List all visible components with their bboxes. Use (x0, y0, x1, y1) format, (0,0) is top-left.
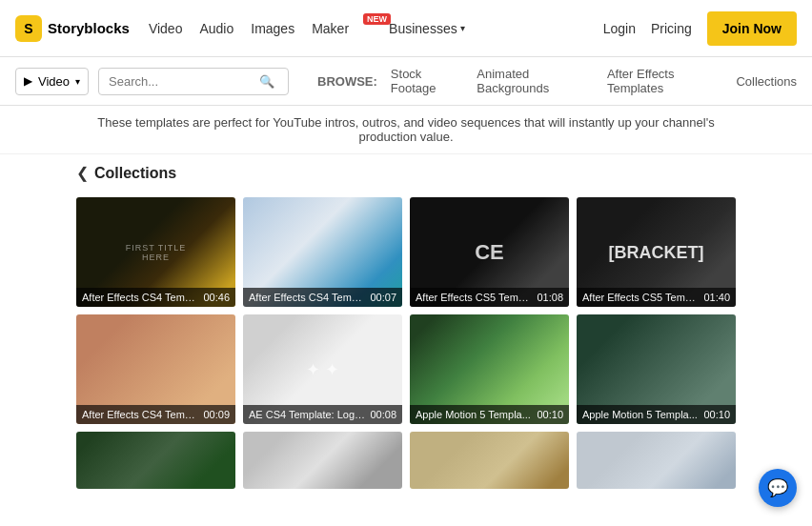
card-duration: 01:40 (703, 292, 730, 303)
partial-video-card-3[interactable] (577, 432, 736, 489)
login-link[interactable]: Login (603, 21, 636, 36)
card-duration: 00:09 (203, 409, 230, 420)
card-duration: 00:46 (203, 292, 230, 303)
card-footer: After Effects CS4 Templa...00:09 (76, 405, 235, 424)
card-title: AE CS4 Template: Logo ... (249, 409, 366, 420)
collections-title: Collections (94, 165, 176, 182)
video-card-4[interactable]: After Effects CS4 Templa...00:09 (76, 314, 235, 424)
card-title: After Effects CS4 Templa... (249, 292, 366, 303)
header-right: Login Pricing Join Now (603, 11, 797, 46)
description-text: These templates are perfect for YouTube … (97, 115, 714, 144)
header: S Storyblocks Video Audio Images Maker N… (0, 0, 812, 57)
new-badge: NEW (363, 13, 391, 25)
browse-collections[interactable]: Collections (736, 74, 797, 89)
video-card-0[interactable]: FIRST TITLE HEREAfter Effects CS4 Templa… (76, 197, 235, 307)
thumb-overlay-text: CE (475, 240, 504, 265)
chat-bubble[interactable]: 💬 (759, 469, 797, 507)
nav-images[interactable]: Images (251, 21, 294, 36)
card-footer: After Effects CS5 Templa...01:08 (410, 288, 569, 307)
partial-video-card-0[interactable] (76, 432, 235, 489)
video-card-5[interactable]: ✦ ✦AE CS4 Template: Logo ...00:08 (243, 314, 402, 424)
nav-audio[interactable]: Audio (199, 21, 233, 36)
nav-maker[interactable]: Maker NEW (312, 21, 372, 36)
card-footer: After Effects CS4 Templa...00:07 (243, 288, 402, 307)
search-type-select[interactable]: ▶ Video ▾ (15, 68, 89, 95)
search-input-wrap: 🔍 (98, 68, 289, 95)
back-arrow-icon[interactable]: ❮ (76, 164, 89, 182)
card-title: Apple Motion 5 Templa... (582, 409, 700, 420)
card-title: After Effects CS5 Templa... (582, 292, 700, 303)
collections-section: ❮ Collections (0, 154, 812, 197)
logo-icon: S (15, 15, 42, 42)
search-input[interactable] (109, 74, 252, 89)
card-footer: Apple Motion 5 Templa...00:10 (410, 405, 569, 424)
search-bar: ▶ Video ▾ 🔍 BROWSE: Stock Footage Animat… (0, 57, 812, 106)
partial-video-card-1[interactable] (243, 432, 402, 489)
description-bar: These templates are perfect for YouTube … (0, 106, 812, 154)
browse-label: BROWSE: (317, 74, 377, 89)
thumb-overlay-text: ✦ ✦ (306, 359, 339, 380)
card-duration: 00:10 (703, 409, 730, 420)
card-footer: After Effects CS4 Templa...00:46 (76, 288, 235, 307)
card-duration: 00:07 (370, 292, 396, 303)
card-title: After Effects CS4 Templa... (82, 292, 199, 303)
search-icon[interactable]: 🔍 (259, 74, 274, 89)
card-footer: Apple Motion 5 Templa...00:10 (577, 405, 736, 424)
video-card-3[interactable]: [BRACKET]After Effects CS5 Templa...01:4… (577, 197, 736, 307)
card-title: After Effects CS5 Templa... (416, 292, 533, 303)
browse-section: BROWSE: Stock Footage Animated Backgroun… (317, 67, 797, 95)
card-duration: 00:10 (537, 409, 563, 420)
thumb-overlay-text: FIRST TITLE HERE (116, 243, 196, 262)
search-type-label: Video (38, 74, 70, 89)
card-footer: AE CS4 Template: Logo ...00:08 (243, 405, 402, 424)
video-grid: FIRST TITLE HEREAfter Effects CS4 Templa… (0, 197, 812, 424)
video-card-7[interactable]: Apple Motion 5 Templa...00:10 (577, 314, 736, 424)
video-grid-bottom (0, 424, 812, 489)
video-card-6[interactable]: Apple Motion 5 Templa...00:10 (410, 314, 569, 424)
video-card-2[interactable]: CEAfter Effects CS5 Templa...01:08 (410, 197, 569, 307)
nav-video[interactable]: Video (149, 21, 183, 36)
thumb-overlay-text: [BRACKET] (609, 242, 704, 262)
card-footer: After Effects CS5 Templa...01:40 (577, 288, 736, 307)
video-icon: ▶ (24, 74, 32, 88)
pricing-link[interactable]: Pricing (651, 21, 692, 36)
logo-text: Storyblocks (48, 20, 130, 36)
card-duration: 00:08 (370, 409, 396, 420)
join-now-button[interactable]: Join Now (707, 11, 797, 46)
card-duration: 01:08 (537, 292, 563, 303)
nav: Video Audio Images Maker NEW Businesses … (149, 21, 603, 36)
browse-animated-backgrounds[interactable]: Animated Backgrounds (477, 67, 594, 95)
dropdown-arrow-icon: ▾ (460, 23, 465, 33)
partial-video-card-2[interactable] (410, 432, 569, 489)
dropdown-chevron-icon: ▾ (75, 76, 80, 87)
browse-after-effects[interactable]: After Effects Templates (607, 67, 722, 95)
video-card-1[interactable]: After Effects CS4 Templa...00:07 (243, 197, 402, 307)
browse-stock-footage[interactable]: Stock Footage (391, 67, 463, 95)
collections-header: ❮ Collections (76, 164, 736, 182)
logo[interactable]: S Storyblocks (15, 15, 130, 42)
nav-businesses[interactable]: Businesses ▾ (389, 21, 465, 36)
card-title: Apple Motion 5 Templa... (416, 409, 533, 420)
chat-icon: 💬 (767, 477, 788, 498)
card-title: After Effects CS4 Templa... (82, 409, 199, 420)
